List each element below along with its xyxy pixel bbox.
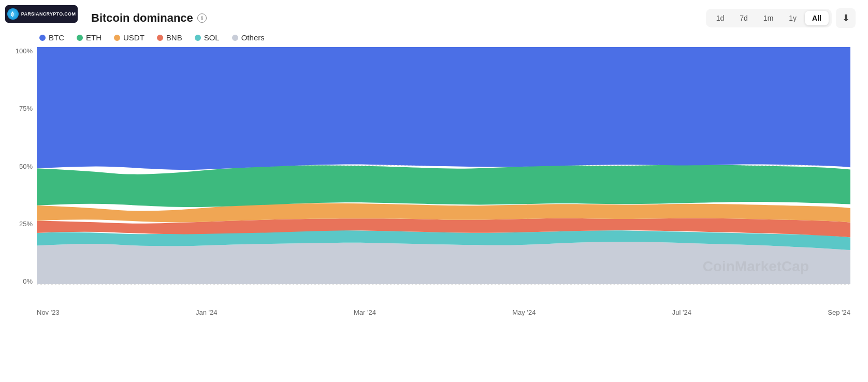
legend-btc[interactable]: BTC bbox=[39, 33, 64, 42]
chart-legend: BTC ETH USDT BNB SOL Others bbox=[39, 33, 856, 42]
btc-label: BTC bbox=[49, 33, 64, 42]
site-logo: ₿ PARSIANCRYPTO.COM bbox=[5, 5, 78, 23]
x-label-jul24: Jul '24 bbox=[672, 308, 691, 316]
y-label-0: 0% bbox=[8, 277, 37, 285]
legend-sol[interactable]: SOL bbox=[195, 33, 220, 42]
legend-others[interactable]: Others bbox=[232, 33, 265, 42]
time-btn-1d[interactable]: 1d bbox=[709, 11, 732, 25]
others-label: Others bbox=[241, 33, 265, 42]
eth-label: ETH bbox=[86, 33, 102, 42]
chart-svg bbox=[37, 47, 850, 301]
time-btn-1m[interactable]: 1m bbox=[756, 11, 780, 25]
logo-icon: ₿ bbox=[7, 8, 19, 20]
x-label-jan24: Jan '24 bbox=[196, 308, 218, 316]
info-icon[interactable]: ℹ bbox=[197, 13, 207, 23]
sol-dot bbox=[195, 35, 201, 41]
legend-bnb[interactable]: BNB bbox=[157, 33, 182, 42]
download-button[interactable]: ⬇ bbox=[836, 8, 856, 28]
usdt-dot bbox=[114, 35, 120, 41]
logo-text: PARSIANCRYPTO.COM bbox=[21, 11, 76, 17]
chart-svg-container: CoinMarketCap bbox=[37, 47, 850, 301]
x-label-nov23: Nov '23 bbox=[37, 308, 60, 316]
btc-dot bbox=[39, 35, 46, 41]
chart-title: Bitcoin dominance bbox=[91, 11, 193, 25]
x-label-mar24: Mar '24 bbox=[354, 308, 376, 316]
y-label-100: 100% bbox=[8, 47, 37, 55]
y-label-25: 25% bbox=[8, 220, 37, 228]
chart-area: 100% 75% 50% 25% 0% bbox=[8, 47, 856, 301]
x-axis: Nov '23 Jan '24 Mar '24 May '24 Jul '24 … bbox=[37, 308, 850, 316]
legend-eth[interactable]: ETH bbox=[77, 33, 102, 42]
y-label-50: 50% bbox=[8, 163, 37, 170]
sol-label: SOL bbox=[204, 33, 220, 42]
x-label-sep24: Sep '24 bbox=[828, 308, 850, 316]
legend-usdt[interactable]: USDT bbox=[114, 33, 144, 42]
y-axis: 100% 75% 50% 25% 0% bbox=[8, 47, 37, 301]
time-btn-1y[interactable]: 1y bbox=[782, 11, 804, 25]
bnb-dot bbox=[157, 35, 163, 41]
usdt-label: USDT bbox=[123, 33, 144, 42]
x-label-may24: May '24 bbox=[512, 308, 536, 316]
eth-dot bbox=[77, 35, 83, 41]
y-label-75: 75% bbox=[8, 105, 37, 112]
time-controls: 1d 7d 1m 1y All bbox=[706, 9, 832, 27]
time-btn-7d[interactable]: 7d bbox=[732, 11, 755, 25]
page-header: Bitcoin dominance ℹ 1d 7d 1m 1y All ⬇ bbox=[8, 8, 856, 28]
bnb-label: BNB bbox=[166, 33, 182, 42]
time-btn-all[interactable]: All bbox=[805, 11, 829, 25]
others-dot bbox=[232, 35, 238, 41]
